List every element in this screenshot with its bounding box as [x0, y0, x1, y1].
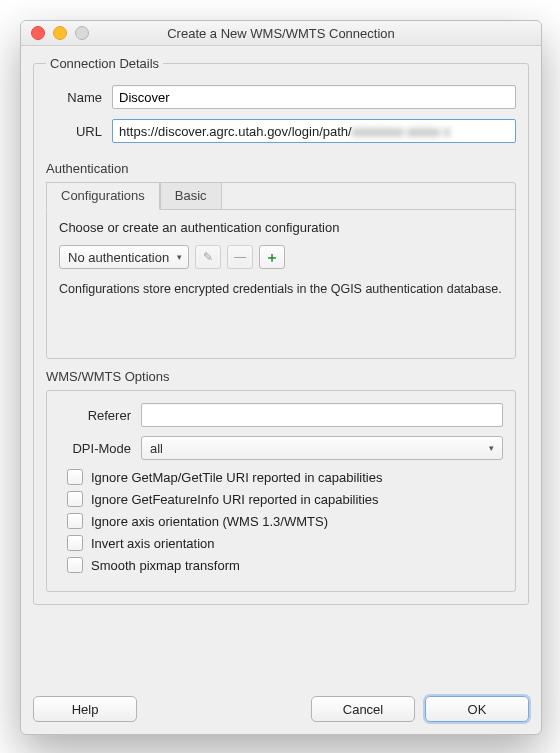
auth-config-combo[interactable]: No authentication ▾ — [59, 245, 189, 269]
zoom-icon — [75, 26, 89, 40]
tab-configurations[interactable]: Configurations — [46, 182, 160, 210]
authentication-legend: Authentication — [46, 161, 516, 176]
options-legend: WMS/WMTS Options — [46, 369, 516, 384]
dialog-footer: Help Cancel OK — [21, 686, 541, 734]
referer-label: Referer — [59, 408, 141, 423]
dpi-mode-value: all — [150, 441, 163, 456]
url-redacted-text: xxxxxxxx xxxxx x — [352, 124, 450, 139]
plus-icon: ＋ — [265, 250, 279, 264]
auth-edit-button: ✎ — [195, 245, 221, 269]
checkbox-ignore-axis[interactable] — [67, 513, 83, 529]
label-ignore-getfeatureinfo: Ignore GetFeatureInfo URI reported in ca… — [91, 492, 379, 507]
window-title: Create a New WMS/WMTS Connection — [21, 26, 541, 41]
minus-icon: — — [234, 250, 246, 264]
titlebar: Create a New WMS/WMTS Connection — [21, 21, 541, 46]
minimize-icon[interactable] — [53, 26, 67, 40]
dpi-mode-select[interactable]: all ▾ — [141, 436, 503, 460]
tab-configurations-panel: Choose or create an authentication confi… — [47, 209, 515, 358]
cancel-button[interactable]: Cancel — [311, 696, 415, 722]
checkbox-smooth-pixmap[interactable] — [67, 557, 83, 573]
dpi-mode-label: DPI-Mode — [59, 441, 141, 456]
chevron-down-icon: ▾ — [177, 252, 182, 262]
name-field[interactable] — [112, 85, 516, 109]
auth-delete-button: — — [227, 245, 253, 269]
pencil-icon: ✎ — [203, 250, 213, 264]
referer-field[interactable] — [141, 403, 503, 427]
close-icon[interactable] — [31, 26, 45, 40]
auth-choose-label: Choose or create an authentication confi… — [59, 220, 503, 235]
help-button[interactable]: Help — [33, 696, 137, 722]
authentication-tabs: Configurations Basic Choose or create an… — [46, 182, 516, 359]
label-ignore-getmap: Ignore GetMap/GetTile URI reported in ca… — [91, 470, 382, 485]
url-label: URL — [46, 124, 112, 139]
name-label: Name — [46, 90, 112, 105]
checkbox-ignore-getmap[interactable] — [67, 469, 83, 485]
tab-basic[interactable]: Basic — [160, 182, 222, 209]
connection-details-group: Connection Details Name URL https://disc… — [33, 56, 529, 605]
url-visible-text: https://discover.agrc.utah.gov/login/pat… — [119, 124, 352, 139]
options-group: Referer DPI-Mode all ▾ Ignore GetMap/Get… — [46, 390, 516, 592]
checkbox-invert-axis[interactable] — [67, 535, 83, 551]
auth-add-button[interactable]: ＋ — [259, 245, 285, 269]
ok-button[interactable]: OK — [425, 696, 529, 722]
auth-config-combo-value: No authentication — [68, 250, 169, 265]
window-controls — [21, 26, 89, 40]
connection-details-legend: Connection Details — [46, 56, 163, 71]
label-ignore-axis: Ignore axis orientation (WMS 1.3/WMTS) — [91, 514, 328, 529]
chevron-down-icon: ▾ — [489, 443, 494, 453]
dialog-body: Connection Details Name URL https://disc… — [21, 46, 541, 686]
label-smooth-pixmap: Smooth pixmap transform — [91, 558, 240, 573]
label-invert-axis: Invert axis orientation — [91, 536, 215, 551]
auth-hint-text: Configurations store encrypted credentia… — [59, 281, 503, 298]
url-field[interactable]: https://discover.agrc.utah.gov/login/pat… — [112, 119, 516, 143]
dialog-window: Create a New WMS/WMTS Connection Connect… — [20, 20, 542, 735]
checkbox-ignore-getfeatureinfo[interactable] — [67, 491, 83, 507]
